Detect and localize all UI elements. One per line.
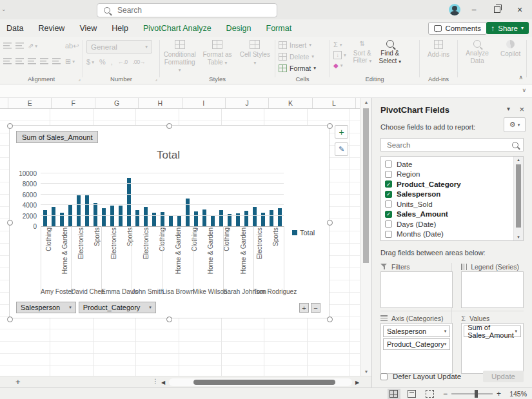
- selection-handle[interactable]: [327, 220, 333, 226]
- page-break-view-button[interactable]: [424, 389, 437, 399]
- find-select-button[interactable]: Find & Select ▾: [379, 40, 402, 64]
- column-header-e[interactable]: E: [8, 98, 52, 108]
- sort-filter-button[interactable]: ⇅ Sort & Filter ▾: [351, 40, 374, 64]
- decrease-indent-icon[interactable]: [40, 58, 48, 64]
- field-list-item[interactable]: Region: [385, 170, 511, 180]
- wrap-text-icon[interactable]: ab↩: [65, 42, 79, 50]
- clear-button[interactable]: ◆▾: [333, 61, 346, 70]
- delete-cells-button[interactable]: Delete▾: [279, 52, 316, 61]
- percent-style-icon[interactable]: %: [99, 58, 106, 66]
- chart-values-field-button[interactable]: Sum of Sales_Amount: [16, 131, 98, 143]
- filters-drop-zone[interactable]: [380, 271, 453, 308]
- scroll-down-icon[interactable]: ▼: [514, 235, 523, 239]
- addins-button[interactable]: Add-ins: [423, 40, 454, 59]
- ribbon-tab-format[interactable]: Format: [266, 24, 292, 33]
- page-layout-view-button[interactable]: [406, 389, 419, 399]
- insert-cells-button[interactable]: Insert▾: [279, 40, 316, 50]
- ribbon-tab-design[interactable]: Design: [226, 24, 251, 33]
- autosum-button[interactable]: Σ▾: [333, 40, 346, 49]
- ribbon-tab-view[interactable]: View: [79, 24, 97, 33]
- field-checkbox[interactable]: [385, 200, 392, 208]
- vertical-scrollbar[interactable]: ▲ ▼: [360, 98, 372, 376]
- fill-button[interactable]: ↓▾: [333, 50, 346, 59]
- column-header-k[interactable]: K: [269, 98, 312, 108]
- scroll-up-icon[interactable]: ▲: [360, 100, 372, 104]
- field-checkbox[interactable]: [385, 231, 392, 238]
- panel-close-button[interactable]: ×: [519, 104, 524, 114]
- area-field-pill[interactable]: Sum of Sales_Amount▾: [464, 326, 521, 337]
- field-list-item[interactable]: ✓Product_Category: [385, 179, 511, 190]
- ribbon-tab-pivotchart-analyze[interactable]: PivotChart Analyze: [143, 24, 212, 33]
- number-format-select[interactable]: General ▾: [86, 40, 152, 54]
- horizontal-scrollbar-thumb[interactable]: [193, 380, 335, 385]
- search-box[interactable]: [97, 3, 277, 17]
- scroll-down-icon[interactable]: ▼: [360, 369, 372, 374]
- collapse-field-button[interactable]: −: [311, 303, 320, 313]
- increase-decimal-icon[interactable]: ←.0: [118, 59, 128, 65]
- axis-drop-zone[interactable]: Salesperson▾Product_Category▾: [380, 323, 453, 374]
- horizontal-scrollbar[interactable]: [169, 378, 352, 386]
- ribbon-tab-help[interactable]: Help: [112, 24, 128, 33]
- align-center-icon[interactable]: [15, 58, 24, 64]
- field-list-scrollbar-thumb[interactable]: [516, 164, 521, 228]
- increase-indent-icon[interactable]: [52, 58, 61, 64]
- column-header-h[interactable]: H: [139, 98, 182, 108]
- normal-view-button[interactable]: [388, 389, 400, 399]
- field-list-item[interactable]: ✓Sales_Amount: [385, 209, 511, 220]
- selection-handle[interactable]: [327, 316, 333, 322]
- chart-field-button-product-category[interactable]: Product_Category▾: [79, 302, 156, 313]
- copilot-button[interactable]: Copilot: [498, 40, 523, 58]
- selection-handle[interactable]: [7, 123, 13, 129]
- share-button[interactable]: ↑ Share ▾: [486, 22, 529, 34]
- avatar[interactable]: [449, 4, 460, 15]
- field-list-item[interactable]: Units_Sold: [385, 199, 511, 209]
- column-header-j[interactable]: J: [226, 98, 269, 108]
- column-header-g[interactable]: G: [95, 98, 139, 108]
- tools-button[interactable]: ⚙▾: [504, 117, 526, 132]
- align-right-icon[interactable]: [28, 58, 36, 64]
- vertical-scrollbar-thumb[interactable]: [363, 108, 369, 263]
- scroll-left-icon[interactable]: ◀: [161, 380, 165, 385]
- scroll-up-icon[interactable]: ▲: [514, 158, 523, 162]
- dialog-launcher-icon[interactable]: ⌟: [78, 76, 81, 82]
- area-field-pill[interactable]: Salesperson▾: [383, 326, 450, 337]
- analyze-data-button[interactable]: Analyze Data: [461, 40, 493, 64]
- zoom-slider[interactable]: [451, 393, 493, 394]
- decrease-decimal-icon[interactable]: .00→: [133, 59, 146, 65]
- align-top-icon[interactable]: [3, 43, 12, 49]
- selection-handle[interactable]: [166, 316, 172, 322]
- chart-styles-button[interactable]: ✎: [335, 142, 348, 156]
- legend-drop-zone[interactable]: [461, 271, 524, 308]
- comma-style-icon[interactable]: ,: [111, 58, 113, 66]
- comments-button[interactable]: Comments: [428, 22, 487, 35]
- field-list-scrollbar[interactable]: ▲ ▼: [513, 157, 523, 240]
- selection-handle[interactable]: [327, 123, 333, 129]
- scrollbar-resize-handle[interactable]: ⋮: [152, 378, 159, 385]
- expand-field-button[interactable]: +: [299, 303, 309, 313]
- column-header-i[interactable]: I: [182, 98, 226, 108]
- zoom-out-button[interactable]: −: [443, 389, 448, 398]
- chart-elements-button[interactable]: +: [335, 125, 348, 139]
- ribbon-tab-data[interactable]: Data: [6, 24, 23, 33]
- orientation-icon[interactable]: ⇗▾: [28, 42, 37, 50]
- collapse-ribbon-button[interactable]: ∧: [518, 74, 523, 81]
- field-list-item[interactable]: Days (Date): [385, 219, 511, 229]
- scroll-right-icon[interactable]: ▶: [355, 380, 359, 385]
- expand-chevron-icon[interactable]: ∨: [522, 87, 526, 93]
- values-drop-zone[interactable]: Sum of Sales_Amount▾: [461, 323, 524, 374]
- field-list-item[interactable]: ✓Salesperson: [385, 190, 511, 200]
- align-left-icon[interactable]: [3, 58, 12, 64]
- format-cells-button[interactable]: Format▾: [279, 63, 316, 73]
- restore-button[interactable]: [491, 5, 503, 15]
- update-button[interactable]: Update: [483, 371, 524, 382]
- zoom-slider-thumb[interactable]: [475, 390, 478, 398]
- selection-handle[interactable]: [7, 220, 13, 226]
- field-checkbox[interactable]: [385, 220, 392, 228]
- align-middle-icon[interactable]: [15, 43, 24, 49]
- search-input[interactable]: [116, 5, 270, 15]
- format-as-table-button[interactable]: Format as Table ▾: [201, 40, 233, 66]
- chart-field-button-salesperson[interactable]: Salesperson▾: [16, 302, 76, 313]
- quick-access-chevron-icon[interactable]: ⌄: [1, 6, 6, 12]
- dialog-launcher-icon[interactable]: ⌟: [155, 76, 157, 82]
- selection-handle[interactable]: [166, 123, 172, 129]
